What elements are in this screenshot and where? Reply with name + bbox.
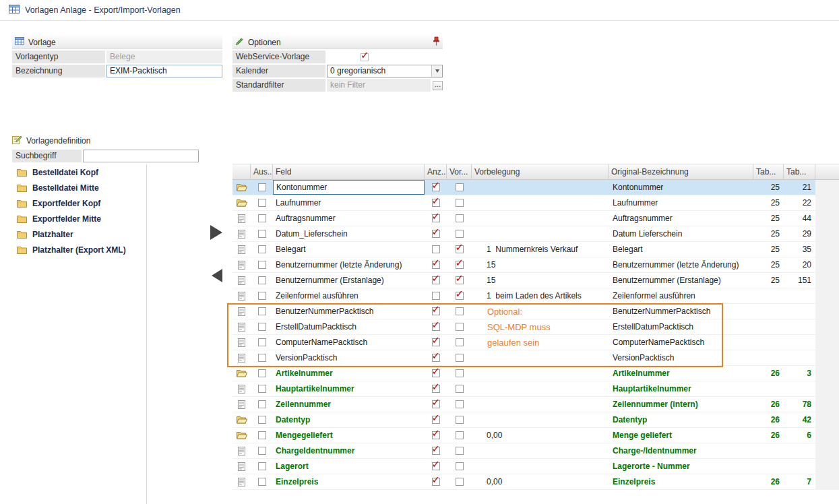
kalender-dropdown[interactable]: 0 gregorianisch	[327, 65, 443, 77]
feld-cell[interactable]: Datum_Lieferschein	[273, 226, 425, 241]
standardfilter-ellipsis-button[interactable]: …	[433, 81, 443, 90]
vorbelegung-cell[interactable]	[472, 350, 609, 365]
vorbelegung-cell[interactable]	[472, 180, 609, 195]
anzeigen-checkbox[interactable]: ✓	[432, 462, 440, 470]
anzeigen-checkbox[interactable]: ✓	[432, 369, 440, 377]
col-header-feld[interactable]: Feld	[273, 164, 425, 179]
feld-cell[interactable]: Artikelnummer	[273, 366, 425, 381]
col-header-original-bezeichnung[interactable]: Original-Bezeichnung	[609, 164, 753, 179]
feld-cell[interactable]: BenutzerNummerPacktisch	[273, 304, 425, 319]
vorbelegung-cell[interactable]	[472, 211, 609, 226]
anzeigen-checkbox[interactable]: ✓	[432, 354, 440, 362]
table-row[interactable]: ✓ Benutzernummer (Erstanlage) ✓ ✓ 15 Ben…	[232, 273, 839, 288]
feld-cell[interactable]: Hauptartikelnummer	[273, 381, 425, 396]
vorbelegen-checkbox[interactable]: ✓	[456, 230, 464, 238]
vorbelegen-checkbox[interactable]: ✓	[456, 400, 464, 408]
vorbelegen-checkbox[interactable]: ✓	[456, 323, 464, 331]
anzeigen-checkbox[interactable]: ✓	[432, 338, 440, 346]
table-row[interactable]: ✓ VersionPacktisch ✓ ✓ VersionPacktisch	[232, 350, 839, 366]
table-row[interactable]: ✓ Kontonummer ✓ ✓ Kontonummer 25 21	[232, 180, 839, 195]
anzeigen-checkbox[interactable]: ✓	[432, 214, 440, 222]
vorbelegung-cell[interactable]: 1 Nummernkreis Verkauf	[472, 242, 609, 257]
vorbelegung-cell[interactable]	[472, 412, 609, 427]
anzeigen-checkbox[interactable]: ✓	[432, 431, 440, 439]
feld-cell[interactable]: ChargeIdentnummer	[273, 443, 425, 458]
vorbelegung-cell[interactable]	[472, 304, 609, 319]
auswahl-checkbox[interactable]: ✓	[258, 354, 266, 362]
anzeigen-checkbox[interactable]: ✓	[432, 323, 440, 331]
feld-cell[interactable]: Mengegeliefert	[273, 428, 425, 443]
feld-cell[interactable]: Kontonummer	[273, 180, 425, 195]
col-header-auswahl[interactable]: Aus...	[251, 164, 273, 179]
table-row[interactable]: ✓ Mengegeliefert ✓ ✓ 0,00 Menge geliefer…	[232, 428, 839, 443]
anzeigen-checkbox[interactable]: ✓	[432, 261, 440, 269]
table-row[interactable]: ✓ Zeilenformel ausführen ✓ ✓ 1 beim Lade…	[232, 288, 839, 304]
folder-list-item[interactable]: Bestelldatei Kopf	[12, 164, 146, 180]
vorbelegung-cell[interactable]: 0,00	[472, 474, 609, 489]
vorbelegung-cell[interactable]	[472, 195, 609, 210]
table-row[interactable]: ✓ Laufnummer ✓ ✓ Laufnummer 25 22	[232, 195, 839, 211]
vorbelegung-cell[interactable]	[472, 319, 609, 334]
vorbelegung-cell[interactable]	[472, 381, 609, 396]
table-row[interactable]: ✓ Lagerort ✓ ✓ Lagerorte - Nummer	[232, 459, 839, 474]
vorbelegen-checkbox[interactable]: ✓	[456, 447, 464, 455]
vorbelegen-checkbox[interactable]: ✓	[456, 385, 464, 393]
vorbelegen-checkbox[interactable]: ✓	[456, 369, 464, 377]
table-row[interactable]: ✓ ChargeIdentnummer ✓ ✓ Charge-/Identnum…	[232, 443, 839, 459]
anzeigen-checkbox[interactable]: ✓	[432, 385, 440, 393]
table-row[interactable]: ✓ Artikelnummer ✓ ✓ Artikelnummer 26 3	[232, 366, 839, 381]
anzeigen-checkbox[interactable]: ✓	[432, 183, 440, 191]
table-row[interactable]: ✓ Einzelpreis ✓ ✓ 0,00 Einzelpreis 26 7	[232, 474, 839, 490]
vorbelegen-checkbox[interactable]: ✓	[456, 416, 464, 424]
kalender-dropdown-button[interactable]	[431, 65, 442, 77]
vorbelegen-checkbox[interactable]: ✓	[456, 214, 464, 222]
anzeigen-checkbox[interactable]: ✓	[432, 199, 440, 207]
folder-list-item[interactable]: Platzhalter	[12, 226, 146, 242]
auswahl-checkbox[interactable]: ✓	[258, 431, 266, 439]
table-row[interactable]: ✓ ErstellDatumPacktisch ✓ ✓ ErstellDatum…	[232, 319, 839, 335]
vorbelegen-checkbox[interactable]: ✓	[456, 199, 464, 207]
table-row[interactable]: ✓ Datum_Lieferschein ✓ ✓ Datum Liefersch…	[232, 226, 839, 242]
vorbelegung-cell[interactable]	[472, 335, 609, 350]
pushpin-icon[interactable]	[433, 36, 440, 48]
col-header-anzeigen[interactable]: Anz...	[425, 164, 447, 179]
auswahl-checkbox[interactable]: ✓	[258, 261, 266, 269]
vorbelegen-checkbox[interactable]: ✓	[456, 338, 464, 346]
vorbelegen-checkbox[interactable]: ✓	[456, 292, 464, 300]
vorbelegung-cell[interactable]	[472, 226, 609, 241]
feld-cell[interactable]: Einzelpreis	[273, 474, 425, 489]
folder-list-item[interactable]: Exportfelder Kopf	[12, 195, 146, 211]
vorbelegung-cell[interactable]: 0,00	[472, 428, 609, 443]
vorbelegung-cell[interactable]	[472, 366, 609, 381]
feld-cell[interactable]: Auftragsnummer	[273, 211, 425, 226]
anzeigen-checkbox[interactable]: ✓	[432, 230, 440, 238]
anzeigen-checkbox[interactable]: ✓	[432, 245, 440, 253]
auswahl-checkbox[interactable]: ✓	[258, 369, 266, 377]
vorbelegen-checkbox[interactable]: ✓	[456, 431, 464, 439]
feld-cell[interactable]: Datentyp	[273, 412, 425, 427]
suchbegriff-input[interactable]	[83, 150, 199, 162]
vorbelegung-cell[interactable]	[472, 459, 609, 474]
table-row[interactable]: ✓ Belegart ✓ ✓ 1 Nummernkreis Verkauf Be…	[232, 242, 839, 257]
auswahl-checkbox[interactable]: ✓	[258, 400, 266, 408]
table-row[interactable]: ✓ Benutzernummer (letzte Änderung) ✓ ✓ 1…	[232, 257, 839, 273]
auswahl-checkbox[interactable]: ✓	[258, 183, 266, 191]
move-right-button[interactable]	[210, 225, 222, 240]
folder-list-item[interactable]: Exportfelder Mitte	[12, 211, 146, 226]
feld-cell[interactable]: Benutzernummer (letzte Änderung)	[273, 257, 425, 272]
anzeigen-checkbox[interactable]: ✓	[432, 416, 440, 424]
col-header-tabelle2[interactable]: Tab...	[784, 164, 815, 179]
anzeigen-checkbox[interactable]: ✓	[432, 307, 440, 315]
col-header-vorbelegung[interactable]: Vorbelegung	[472, 164, 609, 179]
auswahl-checkbox[interactable]: ✓	[258, 214, 266, 222]
anzeigen-checkbox[interactable]: ✓	[432, 276, 440, 284]
auswahl-checkbox[interactable]: ✓	[258, 292, 266, 300]
vorbelegen-checkbox[interactable]: ✓	[456, 307, 464, 315]
auswahl-checkbox[interactable]: ✓	[258, 323, 266, 331]
col-header-vorbelegen[interactable]: Vor...	[447, 164, 472, 179]
folder-list-item[interactable]: Bestelldatei Mitte	[12, 180, 146, 195]
table-row[interactable]: ✓ Zeilennummer ✓ ✓ Zeilennummer (intern)…	[232, 397, 839, 412]
vorbelegen-checkbox[interactable]: ✓	[456, 245, 464, 253]
feld-cell[interactable]: Zeilennummer	[273, 397, 425, 412]
anzeigen-checkbox[interactable]: ✓	[432, 447, 440, 455]
